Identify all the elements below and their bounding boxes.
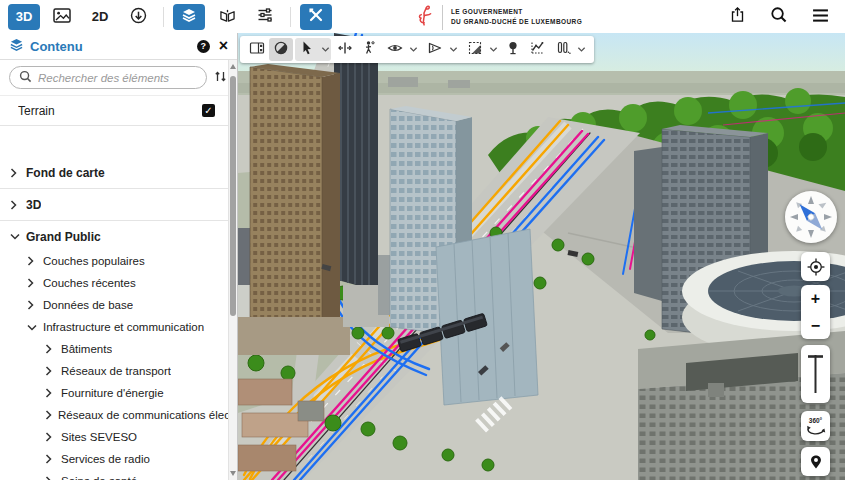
chevron-right-icon [27,300,43,310]
chevron-right-icon [27,256,43,266]
compass-icon [785,191,837,243]
viewshed-button[interactable] [423,38,447,61]
scrollbar-thumb[interactable] [230,76,236,316]
tree-item-couches-populaires[interactable]: Couches populaires [0,250,228,272]
layers-panel-button[interactable] [173,4,205,30]
elevation-profile-icon [529,40,545,60]
tree-item-infrastructure[interactable]: Infrastructure et communication [0,316,228,338]
sort-button[interactable] [214,69,227,87]
tree-item-couches-recentes[interactable]: Couches récentes [0,272,228,294]
slider-icon [801,345,830,403]
pedestrian-icon [361,40,377,60]
sidebar-scrollbar[interactable] [228,60,237,480]
swipe-icon [219,8,236,26]
visibility-tool-group [383,38,419,61]
map-toolbar [240,36,594,63]
chevron-down-icon[interactable] [447,46,459,53]
chevron-right-icon [45,476,61,480]
compass[interactable] [785,191,837,243]
chevron-down-icon[interactable] [407,46,419,53]
menu-button[interactable] [812,8,829,26]
search-icon [19,69,32,87]
tree-item-grand-public[interactable]: Grand Public [0,223,228,250]
chevron-down-icon [10,233,26,240]
pedestrian-button[interactable] [357,38,381,61]
tilt-slider[interactable] [801,345,830,403]
chevron-down-icon[interactable] [575,46,587,53]
search-icon [770,6,787,27]
chevron-right-icon [10,200,26,210]
tree-item-3d[interactable]: 3D [0,191,228,218]
shadow-box-button[interactable] [463,38,487,61]
zoom-in-button[interactable]: + [801,285,830,312]
select-cursor-icon [299,40,315,60]
chevron-right-icon [45,432,61,442]
gov-line2: DU GRAND-DUCHÉ DE LUXEMBOURG [451,17,582,27]
close-panel-button[interactable]: × [219,38,228,54]
panel-title: Contenu [30,39,83,54]
toolbar-separator [290,7,291,27]
chevron-right-icon [27,278,43,288]
chevron-right-icon [10,168,26,178]
scroll-down-icon[interactable] [230,471,236,476]
tree-item-donnees-de-base[interactable]: Données de base [0,294,228,316]
place-pin-button[interactable] [801,447,830,476]
elevation-profile-button[interactable] [525,38,549,61]
tools-button[interactable] [300,4,332,30]
select-cursor-button[interactable] [295,38,319,61]
branding-divider [442,5,443,30]
shadow-tool-group [463,38,499,61]
locate-button[interactable] [801,252,830,281]
share-icon [730,6,745,27]
layer-options-button[interactable] [249,4,281,30]
chevron-right-icon [45,410,58,420]
tree-item-fond-de-carte[interactable]: Fond de carte [0,159,228,186]
chevron-right-icon [45,454,61,464]
gov-line1: LE GOUVERNEMENT [451,7,582,17]
zoom-out-button[interactable]: − [801,312,830,339]
select-tool-group [295,38,331,61]
tree-item-services-radio[interactable]: Services de radio [0,448,228,470]
tree-item-reseaux-communications[interactable]: Réseaux de communications électroniq... [0,404,228,426]
tree-button[interactable] [501,38,525,61]
share-button[interactable] [730,6,745,27]
terrain-row[interactable]: Terrain ✓ [0,96,237,126]
search-input[interactable] [38,72,197,84]
rotate-arrows-icon [804,424,828,437]
visibility-button[interactable] [383,38,407,61]
tree-item-soins-sante[interactable]: Soins de santé [0,470,228,480]
top-bar-right [730,0,829,33]
map-3d-scene[interactable] [238,33,845,480]
chevron-down-icon[interactable] [487,46,499,53]
slice-tool-group [551,38,587,61]
tree-item-batiments[interactable]: Bâtiments [0,338,228,360]
rotate-360-button[interactable]: 360° [801,411,830,441]
download-button[interactable] [122,4,154,30]
chevron-right-icon [45,366,61,376]
mode-3d-button[interactable]: 3D [8,4,40,30]
split-view-icon [249,40,265,60]
tree-item-sites-seveso[interactable]: Sites SEVESO [0,426,228,448]
search-button[interactable] [770,6,787,27]
help-button[interactable]: ? [197,40,210,53]
daylight-button[interactable] [269,38,293,61]
map-viewport[interactable]: + − 360° [238,33,845,480]
measure-icon [337,40,353,60]
layer-tree: Fond de carte 3D Grand Public Couches po… [0,159,228,480]
search-row [0,60,237,96]
swipe-compare-button[interactable] [211,4,243,30]
viewshed-tool-group [423,38,459,61]
tree-item-reseaux-transport[interactable]: Réseaux de transport [0,360,228,382]
slice-button[interactable] [551,38,575,61]
mode-2d-button[interactable]: 2D [84,4,116,30]
screenshot-button[interactable] [46,4,78,30]
terrain-checkbox[interactable]: ✓ [202,104,215,117]
scroll-up-icon[interactable] [230,64,236,69]
download-icon [130,7,147,27]
top-bar: 3D 2D LE GOUVERNEMENT DU GRAND-DUCHÉ DE … [0,0,845,33]
split-view-button[interactable] [245,38,269,61]
content-panel-header: Contenu ? × [0,33,237,60]
measure-button[interactable] [333,38,357,61]
tree-item-fourniture-energie[interactable]: Fourniture d'énergie [0,382,228,404]
chevron-down-icon[interactable] [319,46,331,53]
